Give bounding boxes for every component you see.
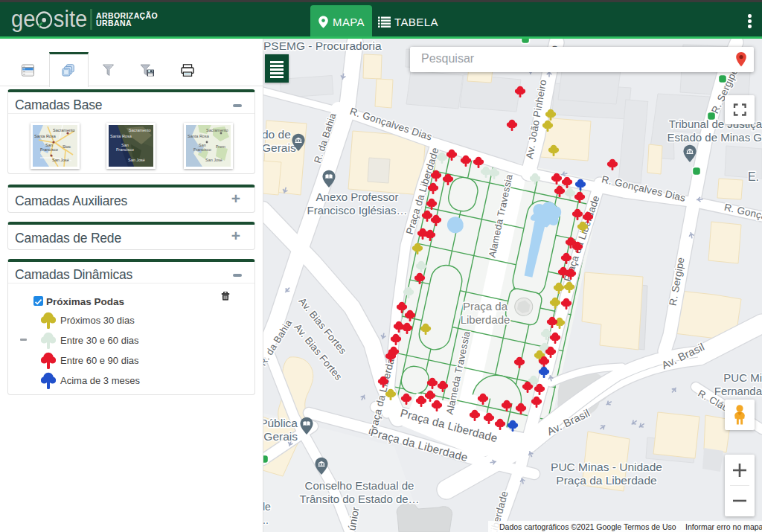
svg-text:Sacramento: Sacramento — [206, 128, 228, 132]
svg-text:Gerais: Gerais — [263, 141, 296, 154]
svg-text:Conselho Estadual de: Conselho Estadual de — [305, 479, 414, 492]
svg-text:Frem: Frem — [216, 144, 225, 149]
svg-text:E.: E. — [748, 170, 759, 183]
svg-text:s Gerais: s Gerais — [263, 430, 298, 443]
svg-text:Trânsito do Estado de…: Trânsito do Estado de… — [299, 493, 419, 505]
svg-text:Santa Rosa: Santa Rosa — [110, 134, 132, 138]
svg-text:Pública: Pública — [263, 417, 298, 429]
svg-text:Praça da Liberdade: Praça da Liberdade — [556, 474, 656, 487]
svg-text:Liberdade: Liberdade — [461, 313, 510, 326]
svg-text:San José: San José — [128, 158, 145, 162]
svg-text:Francisco: Francisco — [40, 147, 58, 152]
svg-text:Estado de Minas G: Estado de Minas G — [667, 131, 762, 144]
svg-text:Santa Rosa: Santa Rosa — [188, 134, 210, 138]
svg-text:Fernanda: Fernanda — [714, 385, 762, 397]
svg-text:do de: do de — [263, 128, 291, 141]
svg-text:Stoc: Stoc — [63, 144, 71, 149]
svg-text:Praça da: Praça da — [463, 300, 508, 313]
svg-text:Anexo Professor: Anexo Professor — [316, 190, 399, 203]
svg-text:Santa Rosa: Santa Rosa — [34, 134, 57, 138]
svg-text:PUC Mi: PUC Mi — [723, 371, 762, 384]
svg-text:Sacramento: Sacramento — [129, 128, 151, 132]
svg-text:San José: San José — [52, 158, 69, 162]
svg-text:Francisco: Francisco — [193, 147, 211, 152]
svg-text:PSEMG - Procuradoria: PSEMG - Procuradoria — [263, 39, 382, 52]
svg-text:..: .. — [263, 514, 269, 526]
svg-text:le: le — [263, 501, 271, 513]
svg-text:Sacramento: Sacramento — [53, 128, 75, 132]
svg-text:PUC Minas - Unidade: PUC Minas - Unidade — [551, 461, 662, 473]
svg-text:San José: San José — [205, 158, 222, 162]
svg-text:Francisco Iglésias…: Francisco Iglésias… — [307, 204, 407, 217]
svg-text:Francisco: Francisco — [116, 147, 134, 152]
